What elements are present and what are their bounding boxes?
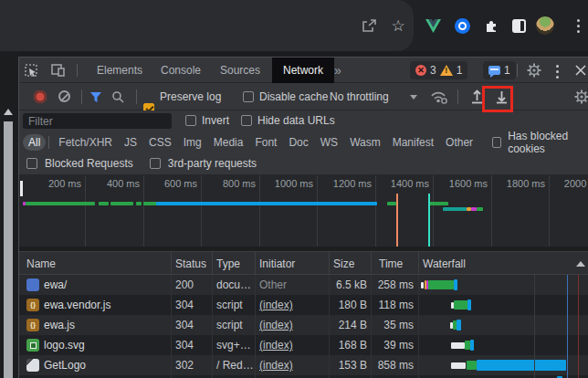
more-tabs-icon[interactable]: » [332, 58, 343, 83]
third-party-label[interactable]: 3rd-party requests [168, 157, 257, 170]
filter-chip-manifest[interactable]: Manifest [387, 134, 439, 151]
filter-chip-doc[interactable]: Doc [283, 134, 313, 151]
filter-chip-media[interactable]: Media [208, 134, 249, 151]
request-type-filters: AllFetch/XHRJSCSSImgMediaFontDocWSWasmMa… [19, 131, 588, 152]
has-blocked-cookies-label[interactable]: Has blocked cookies [508, 130, 588, 155]
timeline-tick-label: 800 ms [206, 178, 256, 189]
table-row[interactable]: ewa/200docu…Other6.5 kB258 ms [19, 275, 588, 295]
col-header-time[interactable]: Time [379, 257, 403, 270]
request-filters-row: Blocked Requests 3rd-party requests [19, 152, 588, 175]
hide-data-urls-label[interactable]: Hide data URLs [257, 114, 335, 127]
divider [48, 136, 49, 149]
throttling-select[interactable]: No throttling [330, 90, 389, 103]
settings-gear-icon[interactable] [527, 63, 541, 78]
filter-chip-css[interactable]: CSS [143, 134, 177, 151]
search-icon[interactable] [111, 90, 124, 103]
network-settings-gear-icon[interactable] [574, 89, 588, 104]
filter-chip-ws[interactable]: WS [315, 134, 343, 151]
table-row[interactable]: {}ewa.js304script(index)214 B35 ms [19, 315, 588, 335]
profile-avatar[interactable] [536, 16, 554, 35]
filter-chip-js[interactable]: JS [119, 134, 142, 151]
chevron-down-icon[interactable] [410, 95, 417, 100]
has-blocked-cookies-checkbox[interactable] [492, 137, 501, 148]
sort-ascending-icon[interactable] [576, 261, 585, 267]
request-name: ewa/ [44, 278, 168, 291]
filter-chip-wasm[interactable]: Wasm [344, 134, 386, 151]
requests-table-body: ewa/200docu…Other6.5 kB258 ms{}ewa.vendo… [19, 275, 588, 378]
scroll-up-arrow[interactable] [4, 109, 13, 115]
timeline-tick-label: 400 ms [90, 178, 140, 189]
filter-funnel-icon[interactable] [89, 91, 102, 103]
devtools-panel: Elements Console Sources Network » ✕ 3 !… [18, 57, 588, 378]
warning-icon: ! [440, 65, 453, 76]
col-header-waterfall[interactable]: Waterfall [423, 257, 466, 270]
invert-label[interactable]: Invert [202, 114, 229, 127]
clear-network-log-icon[interactable] [58, 90, 70, 102]
filter-chip-other[interactable]: Other [440, 134, 478, 151]
network-overview[interactable]: 200 ms400 ms600 ms800 ms1000 ms1200 ms14… [19, 175, 588, 251]
divider [517, 64, 518, 77]
disable-cache-checkbox[interactable] [243, 91, 254, 102]
request-initiator[interactable]: (index) [259, 319, 327, 331]
side-panel-icon[interactable] [509, 16, 528, 35]
vue-devtools-icon[interactable] [424, 16, 442, 35]
filter-chip-img[interactable]: Img [178, 134, 207, 151]
request-initiator[interactable]: (index) [259, 339, 327, 352]
request-time: 39 ms [371, 339, 414, 352]
table-row[interactable]: {}ewa.vendor.js304script(index)180 B118 … [19, 295, 588, 315]
close-devtools-icon[interactable] [574, 64, 587, 77]
request-status: 304 [175, 299, 210, 311]
timeline-tick-label: 1600 ms [438, 178, 488, 189]
filter-input[interactable] [23, 113, 172, 129]
devtools-tabbar: Elements Console Sources Network » ✕ 3 !… [19, 58, 588, 83]
onepassword-icon[interactable] [453, 16, 471, 35]
blocked-requests-checkbox[interactable] [26, 158, 37, 169]
share-icon[interactable] [360, 16, 378, 35]
timeline-gridline [491, 175, 492, 247]
col-header-name[interactable]: Name [26, 257, 56, 270]
request-status: 302 [175, 359, 210, 372]
request-initiator[interactable]: (index) [259, 299, 327, 311]
request-initiator[interactable]: (index) [259, 359, 327, 372]
request-initiator: Other [259, 278, 327, 291]
col-header-size[interactable]: Size [333, 257, 354, 270]
third-party-checkbox[interactable] [150, 158, 161, 169]
inspect-element-icon[interactable] [25, 64, 38, 78]
col-header-initiator[interactable]: Initiator [259, 257, 295, 270]
filter-chip-font[interactable]: Font [249, 134, 282, 151]
table-row[interactable]: GetLogo302/ Red…(index)153 B858 ms [19, 355, 588, 375]
tab-console[interactable]: Console [159, 58, 203, 83]
extensions-puzzle-icon[interactable] [482, 16, 500, 35]
browser-toolbar: ☆ [0, 0, 588, 51]
timeline-tick-label: 2000 ms [553, 178, 588, 189]
col-header-type[interactable]: Type [216, 257, 240, 270]
blocked-requests-label[interactable]: Blocked Requests [45, 157, 133, 170]
hide-data-urls-checkbox[interactable] [241, 115, 252, 126]
tab-network[interactable]: Network [272, 58, 334, 83]
disable-cache-label[interactable]: Disable cache [259, 90, 328, 103]
issues-badge[interactable]: 1 [483, 61, 516, 79]
tab-elements[interactable]: Elements [95, 58, 144, 83]
browser-menu-icon[interactable] [573, 16, 583, 35]
network-conditions-icon[interactable] [430, 90, 448, 104]
overview-grip[interactable] [20, 181, 23, 196]
devtools-menu-icon[interactable] [556, 65, 559, 79]
request-time: 118 ms [371, 299, 414, 311]
waterfall-segment-green [428, 280, 454, 289]
filter-chip-fetch-xhr[interactable]: Fetch/XHR [53, 134, 118, 151]
filter-chip-all[interactable]: All [23, 134, 46, 151]
invert-checkbox[interactable] [185, 115, 196, 126]
table-row[interactable]: logo.svg304svg+…(index)168 B39 ms [19, 335, 588, 355]
record-network-log-button[interactable] [34, 90, 47, 103]
overview-bar-green [136, 202, 142, 205]
bookmark-star-icon[interactable]: ☆ [389, 16, 407, 35]
preserve-log-label[interactable]: Preserve log [160, 90, 221, 103]
request-name: GetLogo [44, 359, 168, 372]
device-toolbar-icon[interactable] [51, 64, 66, 77]
console-status-badges[interactable]: ✕ 3 ! 1 [410, 61, 467, 79]
col-header-status[interactable]: Status [175, 257, 206, 270]
waterfall-segment-white [451, 362, 466, 369]
scrollbar-thumb[interactable] [4, 121, 13, 378]
tab-sources[interactable]: Sources [218, 58, 262, 83]
overview-bar-green [110, 202, 133, 205]
